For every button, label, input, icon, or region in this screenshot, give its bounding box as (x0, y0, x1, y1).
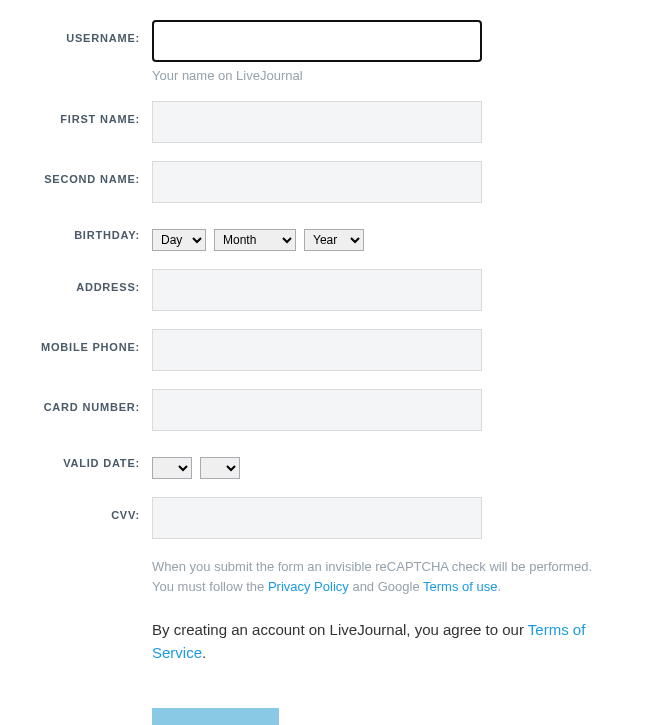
privacy-policy-link[interactable]: Privacy Policy (268, 579, 349, 594)
tos-prefix: By creating an account on LiveJournal, y… (152, 621, 528, 638)
label-cvv: CVV: (0, 497, 152, 521)
first-name-input[interactable] (152, 101, 482, 143)
label-second-name: Second Name: (0, 161, 152, 185)
row-mobile-phone: Mobile Phone: (0, 329, 661, 371)
registration-form: Username: Your name on LiveJournal First… (0, 20, 661, 725)
recaptcha-notice: When you submit the form an invisible re… (152, 557, 612, 597)
valid-date-month-select[interactable] (152, 457, 192, 479)
card-number-input[interactable] (152, 389, 482, 431)
label-card-number: Card Number: (0, 389, 152, 413)
row-second-name: Second Name: (0, 161, 661, 203)
row-username: Username: Your name on LiveJournal (0, 20, 661, 83)
mobile-phone-input[interactable] (152, 329, 482, 371)
birthday-year-select[interactable]: Year (304, 229, 364, 251)
submit-button[interactable]: Update data (152, 708, 279, 725)
row-cvv: CVV: (0, 497, 661, 539)
address-input[interactable] (152, 269, 482, 311)
username-hint: Your name on LiveJournal (152, 68, 632, 83)
row-footer: When you submit the form an invisible re… (0, 557, 661, 725)
second-name-input[interactable] (152, 161, 482, 203)
tos-notice: By creating an account on LiveJournal, y… (152, 619, 632, 664)
label-username: Username: (0, 20, 152, 44)
row-valid-date: Valid Date: (0, 449, 661, 479)
label-mobile-phone: Mobile Phone: (0, 329, 152, 353)
cvv-input[interactable] (152, 497, 482, 539)
label-first-name: First Name: (0, 101, 152, 125)
recaptcha-line2-suffix: . (497, 579, 501, 594)
label-address: Address: (0, 269, 152, 293)
birthday-month-select[interactable]: Month (214, 229, 296, 251)
recaptcha-line2-mid: and Google (349, 579, 423, 594)
recaptcha-line2-prefix: You must follow the (152, 579, 268, 594)
label-birthday: Birthday: (0, 221, 152, 241)
row-card-number: Card Number: (0, 389, 661, 431)
row-address: Address: (0, 269, 661, 311)
label-valid-date: Valid Date: (0, 449, 152, 469)
username-input[interactable] (152, 20, 482, 62)
tos-suffix: . (202, 644, 206, 661)
row-first-name: First Name: (0, 101, 661, 143)
recaptcha-line1: When you submit the form an invisible re… (152, 559, 592, 574)
terms-of-use-link[interactable]: Terms of use (423, 579, 497, 594)
row-birthday: Birthday: Day Month Year (0, 221, 661, 251)
birthday-day-select[interactable]: Day (152, 229, 206, 251)
valid-date-year-select[interactable] (200, 457, 240, 479)
